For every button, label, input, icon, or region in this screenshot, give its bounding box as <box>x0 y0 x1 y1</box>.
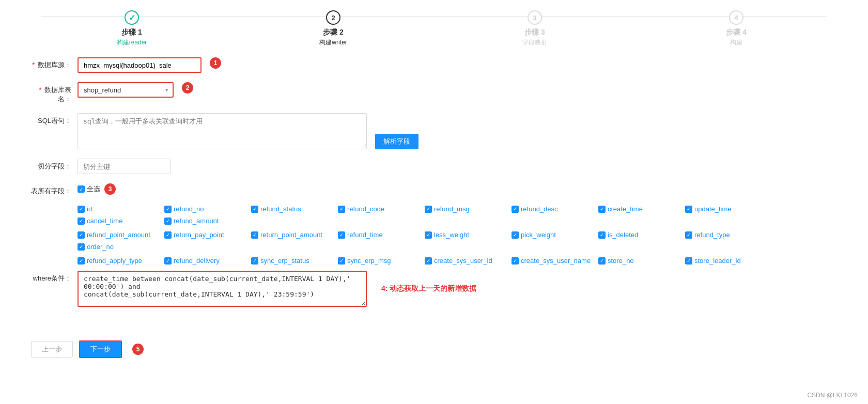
field-item: ✓less_weight <box>425 231 507 239</box>
field-checkbox[interactable]: ✓ <box>512 206 519 213</box>
field-item: ✓refund_msg <box>425 205 507 213</box>
field-checkbox[interactable]: ✓ <box>685 206 692 213</box>
field-label: pick_weight <box>521 231 556 239</box>
db-source-badge: 1 <box>210 57 221 69</box>
fields-grid-row3: ✓refund_apply_type✓refund_delivery✓sync_… <box>78 257 837 265</box>
field-checkbox[interactable]: ✓ <box>78 231 85 239</box>
fields-grid-row1: ✓id✓refund_no✓refund_status✓refund_code✓… <box>78 205 837 225</box>
field-item: ✓store_leader_id <box>685 257 768 265</box>
parse-fields-button[interactable]: 解析字段 <box>375 134 419 149</box>
db-name-label: * 数据库表名： <box>31 82 78 104</box>
field-label: store_no <box>608 257 634 265</box>
field-item: ✓refund_status <box>251 205 334 213</box>
field-checkbox[interactable]: ✓ <box>251 257 258 265</box>
field-checkbox[interactable]: ✓ <box>78 217 85 225</box>
field-checkbox[interactable]: ✓ <box>598 231 606 239</box>
all-select-label: 全选 <box>87 184 100 194</box>
step-2-number: 2 <box>331 14 335 22</box>
field-item: ✓update_time <box>685 205 768 213</box>
field-checkbox[interactable]: ✓ <box>685 257 692 265</box>
field-label: store_leader_id <box>694 257 741 265</box>
where-textarea[interactable] <box>78 271 367 307</box>
field-checkbox[interactable]: ✓ <box>78 243 85 251</box>
all-select-row: ✓ 全选 3 <box>78 183 116 195</box>
field-checkbox[interactable]: ✓ <box>251 206 258 213</box>
field-checkbox[interactable]: ✓ <box>164 206 172 213</box>
field-label: id <box>87 205 92 213</box>
field-item: ✓refund_delivery <box>164 257 247 265</box>
field-label: is_deleted <box>608 231 638 239</box>
step-1-circle: ✓ <box>125 10 139 25</box>
field-item: ✓sync_erp_status <box>251 257 334 265</box>
step-2-title: 步骤 2 <box>323 28 344 37</box>
field-checkbox[interactable]: ✓ <box>164 257 172 265</box>
split-input[interactable] <box>78 159 171 174</box>
required-mark-1: * <box>32 61 35 69</box>
bottom-bar: 上一步 下一步 5 <box>0 332 868 366</box>
db-name-badge: 2 <box>182 82 193 94</box>
field-label: sync_erp_msg <box>347 257 391 265</box>
field-checkbox[interactable]: ✓ <box>598 206 606 213</box>
sql-content: 解析字段 <box>78 113 837 149</box>
field-item: ✓store_no <box>598 257 681 265</box>
field-checkbox[interactable]: ✓ <box>338 231 345 239</box>
field-label: return_point_amount <box>260 231 322 239</box>
field-item: ✓refund_desc <box>512 205 594 213</box>
field-label: refund_time <box>347 231 383 239</box>
all-select-checkbox[interactable]: ✓ <box>78 185 85 193</box>
field-label: refund_desc <box>521 205 558 213</box>
where-content: 4: 动态获取上一天的新增数据 <box>78 271 837 307</box>
footer: CSDN @LKL1026 <box>797 386 868 404</box>
fields-badge: 3 <box>104 183 116 195</box>
db-source-content: 1 <box>78 57 837 73</box>
db-name-select-wrap[interactable]: shop_refund ▾ <box>78 82 174 98</box>
field-label: refund_point_amount <box>87 231 150 239</box>
step-3-number: 3 <box>533 14 536 22</box>
sql-row: SQL语句： 解析字段 <box>31 113 837 149</box>
fields-grid-row2: ✓refund_point_amount✓return_pay_point✓re… <box>78 231 837 251</box>
field-checkbox[interactable]: ✓ <box>78 257 85 265</box>
field-checkbox[interactable]: ✓ <box>685 231 692 239</box>
step-3: 3 步骤 3 字段映射 <box>434 10 636 47</box>
field-item: ✓create_time <box>598 205 681 213</box>
field-checkbox[interactable]: ✓ <box>512 257 519 265</box>
step-2-subtitle: 构建writer <box>319 38 347 47</box>
field-checkbox[interactable]: ✓ <box>425 206 432 213</box>
step-2-circle: 2 <box>326 10 340 25</box>
step-3-circle: 3 <box>528 10 542 25</box>
field-item: ✓return_point_amount <box>251 231 334 239</box>
split-row: 切分字段： <box>31 159 837 174</box>
field-label: refund_delivery <box>174 257 220 265</box>
field-checkbox[interactable]: ✓ <box>598 257 606 265</box>
fields-label: 表所有字段： <box>31 183 78 196</box>
db-name-content: shop_refund ▾ 2 <box>78 82 837 98</box>
split-label: 切分字段： <box>31 159 78 171</box>
db-name-row: * 数据库表名： shop_refund ▾ 2 <box>31 82 837 104</box>
field-checkbox[interactable]: ✓ <box>512 231 519 239</box>
field-checkbox[interactable]: ✓ <box>338 257 345 265</box>
field-checkbox[interactable]: ✓ <box>164 217 172 225</box>
db-source-input[interactable] <box>78 57 202 73</box>
field-label: update_time <box>694 205 732 213</box>
field-item: ✓cancel_time <box>78 217 160 225</box>
field-checkbox[interactable]: ✓ <box>251 231 258 239</box>
field-item: ✓pick_weight <box>512 231 594 239</box>
form-container: * 数据库源： 1 * 数据库表名： shop_refund ▾ 2 SQL语句… <box>0 52 868 327</box>
field-checkbox[interactable]: ✓ <box>164 231 172 239</box>
field-label: refund_amount <box>174 217 219 225</box>
step-1-check-icon: ✓ <box>129 13 135 23</box>
stepper: ✓ 步骤 1 构建reader 2 步骤 2 构建writer 3 步骤 3 字… <box>0 0 868 52</box>
field-checkbox[interactable]: ✓ <box>425 231 432 239</box>
field-checkbox[interactable]: ✓ <box>78 206 85 213</box>
sql-textarea[interactable] <box>78 113 367 149</box>
step-4-title: 步骤 4 <box>726 28 747 37</box>
field-checkbox[interactable]: ✓ <box>338 206 345 213</box>
field-label: create_time <box>608 205 643 213</box>
field-checkbox[interactable]: ✓ <box>425 257 432 265</box>
next-button[interactable]: 下一步 <box>79 340 122 358</box>
step-2: 2 步骤 2 构建writer <box>233 10 434 47</box>
field-label: order_no <box>87 243 114 251</box>
step-3-title: 步骤 3 <box>524 28 545 37</box>
field-item: ✓sync_erp_msg <box>338 257 421 265</box>
sql-label: SQL语句： <box>31 113 78 126</box>
